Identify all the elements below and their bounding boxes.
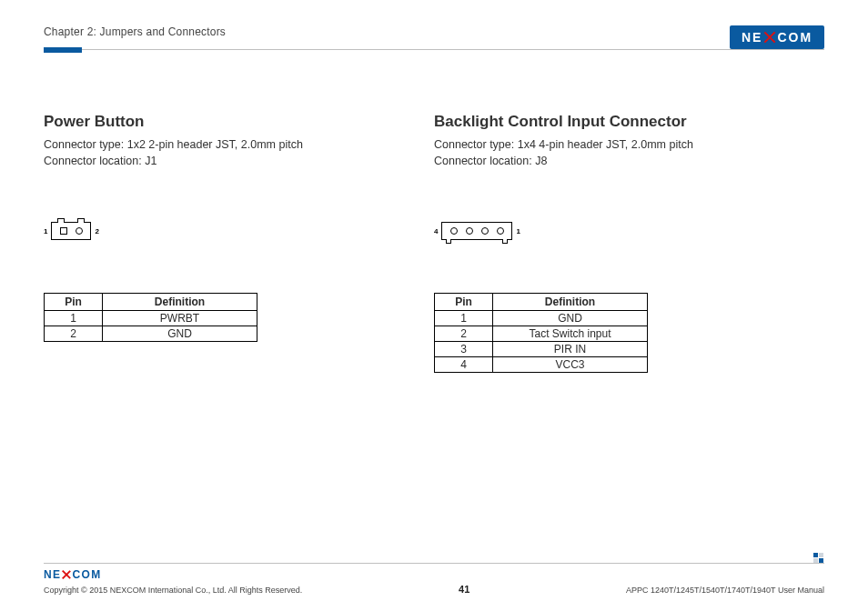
th-def: Definition [103, 294, 257, 311]
cell-pin: 2 [435, 326, 493, 342]
cell-def: VCC3 [493, 357, 648, 373]
th-def: Definition [493, 294, 648, 311]
cell-def: PIR IN [493, 342, 648, 357]
logo-text-left: NE [742, 30, 762, 45]
cell-def: PWRBT [103, 311, 257, 326]
backlight-heading: Backlight Control Input Connector [434, 113, 802, 131]
cell-def: Tact Switch input [493, 326, 648, 342]
pin-label-2: 2 [95, 227, 98, 235]
cell-pin: 3 [435, 342, 493, 357]
power-button-spec-type: Connector type: 1x2 2-pin header JST, 2.… [44, 136, 412, 153]
connector-4pin-icon [441, 222, 512, 240]
table-row: 3 PIR IN [435, 342, 648, 357]
header-accent [44, 47, 82, 53]
footer-logo: NE COM [44, 566, 106, 582]
footer-rule [44, 563, 824, 564]
backlight-diagram: 4 1 [434, 213, 802, 249]
th-pin: Pin [45, 294, 103, 311]
pin-circle-icon [497, 227, 504, 235]
power-button-spec-loc: Connector location: J1 [44, 153, 412, 169]
corner-ornament-icon [813, 553, 824, 564]
table-row: 1 PWRBT [45, 311, 257, 326]
cell-pin: 1 [435, 311, 493, 326]
pin-label-4: 4 [434, 227, 438, 235]
notch-icon [57, 218, 65, 223]
pin-label-1: 1 [44, 227, 47, 235]
page-number: 41 [459, 584, 469, 595]
pin-circle-icon [481, 227, 489, 235]
notch-icon [77, 218, 85, 223]
backlight-pin-table: Pin Definition 1 GND 2 Tact Switch input… [434, 293, 648, 373]
power-button-heading: Power Button [44, 113, 412, 131]
table-header-row: Pin Definition [45, 294, 257, 311]
nexcom-logo-icon: NE COM [730, 25, 824, 49]
footer-logo-right: COM [72, 568, 101, 581]
page: Chapter 2: Jumpers and Connectors NE COM… [0, 0, 868, 611]
cell-def: GND [103, 326, 257, 342]
logo-x-icon [763, 31, 776, 44]
footer-left: NE COM Copyright © 2015 NEXCOM Internati… [44, 566, 302, 595]
content-columns: Power Button Connector type: 1x2 2-pin h… [44, 113, 824, 373]
table-row: 2 Tact Switch input [435, 326, 648, 342]
table-row: 1 GND [435, 311, 648, 326]
connector-2pin-icon [51, 222, 91, 240]
left-column: Power Button Connector type: 1x2 2-pin h… [44, 113, 434, 373]
table-row: 4 VCC3 [435, 357, 648, 373]
table-row: 2 GND [45, 326, 257, 342]
backlight-spec-type: Connector type: 1x4 4-pin header JST, 2.… [434, 136, 802, 153]
cell-pin: 2 [45, 326, 103, 342]
cell-pin: 1 [45, 311, 103, 326]
manual-title: APPC 1240T/1245T/1540T/1740T/1940T User … [626, 586, 824, 595]
pin-square-icon [60, 227, 67, 235]
header-rule [44, 49, 824, 50]
right-column: Backlight Control Input Connector Connec… [434, 113, 824, 373]
brand-logo: NE COM [730, 25, 824, 49]
top-bar: Chapter 2: Jumpers and Connectors NE COM [44, 25, 824, 62]
logo-text-right: COM [777, 30, 812, 45]
power-button-pin-table: Pin Definition 1 PWRBT 2 GND [44, 293, 257, 342]
pin-circle-icon [76, 227, 83, 235]
pin-circle-icon [450, 227, 458, 235]
backlight-spec-loc: Connector location: J8 [434, 153, 802, 169]
pin-label-1: 1 [516, 227, 520, 235]
pin-circle-icon [466, 227, 473, 235]
cell-def: GND [493, 311, 648, 326]
power-button-diagram: 1 2 [44, 213, 412, 249]
foot-icon [446, 239, 451, 244]
th-pin: Pin [435, 294, 493, 311]
chapter-title: Chapter 2: Jumpers and Connectors [44, 25, 226, 38]
copyright-text: Copyright © 2015 NEXCOM International Co… [44, 586, 302, 595]
page-footer: NE COM Copyright © 2015 NEXCOM Internati… [44, 566, 824, 595]
footer-logo-left: NE [44, 568, 61, 581]
cell-pin: 4 [435, 357, 493, 373]
foot-icon [502, 239, 508, 244]
footer-logo-x-icon [62, 570, 71, 579]
table-header-row: Pin Definition [435, 294, 648, 311]
